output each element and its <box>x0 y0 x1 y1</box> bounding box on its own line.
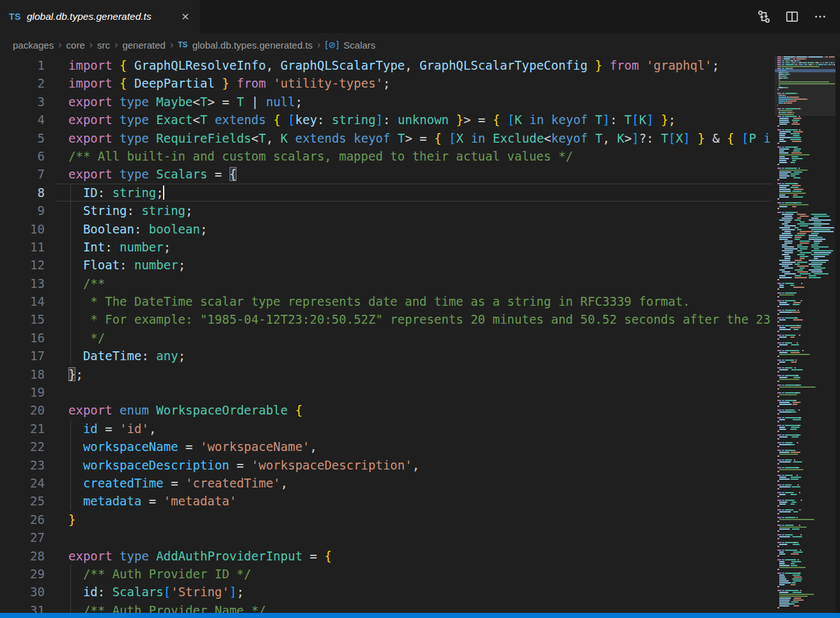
code-token: Maybe <box>156 95 192 109</box>
line-number: 11 <box>0 238 45 256</box>
code-line-21[interactable]: 21 id = 'id', <box>0 420 772 438</box>
code-token: = <box>178 440 200 454</box>
code-token: AddAuthProviderInput <box>156 549 302 563</box>
open-changes-icon[interactable] <box>754 7 774 26</box>
code-token <box>485 131 492 145</box>
code-line-31[interactable]: 31 /** Auth Provider Name */ <box>0 601 772 613</box>
code-token: GraphQLResolveInfo <box>134 58 266 72</box>
code-line-11[interactable]: 11 Int: number; <box>0 238 772 256</box>
code-line-7[interactable]: 7export type Scalars = { <box>0 165 772 183</box>
code-line-28[interactable]: 28export type AddAuthProviderInput = { <box>0 547 772 565</box>
breadcrumb-item-generated[interactable]: generated <box>122 40 166 51</box>
minimap-slider[interactable] <box>775 56 836 116</box>
code-line-14[interactable]: 14 * The DateTime scalar type represents… <box>0 292 772 310</box>
tab-close-icon[interactable]: × <box>178 10 192 24</box>
breadcrumb-item-core[interactable]: core <box>66 40 85 51</box>
code-text: }; <box>68 365 772 383</box>
code-line-26[interactable]: 26} <box>0 511 772 528</box>
line-number: 30 <box>0 583 45 601</box>
code-token: ] <box>683 131 690 145</box>
code-line-13[interactable]: 13 /** <box>0 274 772 292</box>
code-line-12[interactable]: 12 Float: number; <box>0 256 772 274</box>
scrollbar-track[interactable] <box>836 56 840 613</box>
code-token: = <box>207 167 229 181</box>
indent-guide <box>70 601 71 613</box>
code-token: ; <box>200 222 207 236</box>
code-token: } <box>68 512 75 527</box>
code-line-19[interactable]: 19 <box>0 383 772 401</box>
indent-guide <box>70 583 71 601</box>
indent-guide <box>70 438 71 456</box>
code-token: : <box>120 258 134 272</box>
line-number: 15 <box>0 310 45 328</box>
code-token <box>113 113 120 127</box>
code-token: { <box>229 167 237 181</box>
code-line-30[interactable]: 30 id: Scalars['String']; <box>0 583 772 601</box>
code-token: T <box>595 113 602 127</box>
code-token: [ <box>508 113 515 127</box>
code-line-22[interactable]: 22 workspaceName = 'workspaceName', <box>0 438 772 456</box>
code-line-23[interactable]: 23 workspaceDescription = 'workspaceDesc… <box>0 456 772 474</box>
code-token <box>281 113 288 127</box>
split-editor-icon[interactable] <box>782 7 802 26</box>
code-token: export <box>68 113 113 127</box>
code-line-16[interactable]: 16 */ <box>0 329 772 347</box>
code-line-10[interactable]: 10 Boolean: boolean; <box>0 220 772 238</box>
minimap[interactable] <box>775 56 836 613</box>
line-number: 31 <box>0 601 45 613</box>
code-line-4[interactable]: 4export type Exact<T extends { [key: str… <box>0 111 772 129</box>
symbol-type-icon: [⊘] <box>325 40 339 50</box>
code-line-3[interactable]: 3export type Maybe<T> = T | null; <box>0 93 772 111</box>
code-line-6[interactable]: 6/** All built-in and custom scalars, ma… <box>0 147 772 165</box>
code-token: : <box>98 585 113 599</box>
code-token: = <box>302 549 324 563</box>
code-text: id = 'id', <box>68 420 772 438</box>
line-number: 21 <box>0 420 45 438</box>
code-token: ; <box>178 349 185 363</box>
minimap-content <box>775 56 836 613</box>
code-token: ?: <box>639 131 661 145</box>
code-token: Scalars <box>156 167 207 181</box>
code-line-15[interactable]: 15 * For example: "1985-04-12T23:20:50.5… <box>0 310 772 328</box>
code-token: > = <box>463 113 493 127</box>
code-line-1[interactable]: 1import { GraphQLResolveInfo, GraphQLSca… <box>0 56 772 74</box>
code-text: workspaceName = 'workspaceName', <box>68 438 772 456</box>
code-line-18[interactable]: 18}; <box>0 365 772 383</box>
code-text: /** Auth Provider Name */ <box>68 601 772 613</box>
code-line-8[interactable]: 8 ID: string; <box>0 184 772 202</box>
breadcrumb-separator: › <box>58 39 61 51</box>
code-token: | <box>244 95 266 109</box>
code-token: T <box>595 131 602 145</box>
more-actions-icon[interactable] <box>811 7 830 26</box>
line-number: 22 <box>0 438 45 456</box>
code-line-20[interactable]: 20export enum WorkspaceOrderable { <box>0 401 772 419</box>
code-token: ; <box>164 240 171 254</box>
breadcrumb-item-global-db-types-generated-ts[interactable]: global.db.types.generated.ts <box>192 40 313 51</box>
indent-guide <box>70 474 71 492</box>
breadcrumb-separator: › <box>114 39 118 51</box>
code-token: { <box>295 403 302 417</box>
tab-global-db-types-generated[interactable]: TS global.db.types.generated.ts × <box>0 0 199 33</box>
code-token: ] <box>632 131 639 145</box>
code-token: ; <box>669 113 676 127</box>
code-line-27[interactable]: 27 <box>0 528 772 546</box>
code-token <box>288 403 295 417</box>
code-token <box>149 95 156 109</box>
code-text: export type AddAuthProviderInput = { <box>68 547 772 565</box>
code-token: from <box>610 58 639 72</box>
code-line-2[interactable]: 2import { DeepPartial } from 'utility-ty… <box>0 74 772 92</box>
line-number: 10 <box>0 220 45 238</box>
code-line-9[interactable]: 9 String: string; <box>0 202 772 219</box>
code-line-25[interactable]: 25 metadata = 'metadata' <box>0 492 772 510</box>
code-token: metadata <box>83 494 142 508</box>
code-token: 'id' <box>120 422 149 436</box>
breadcrumb-item-src[interactable]: src <box>97 40 110 51</box>
code-token: [ <box>449 131 456 145</box>
breadcrumb-item-scalars[interactable]: Scalars <box>343 40 375 51</box>
code-line-24[interactable]: 24 createdTime = 'createdTime', <box>0 474 772 492</box>
breadcrumb-item-packages[interactable]: packages <box>13 40 54 51</box>
code-text: /** <box>68 274 772 292</box>
code-line-5[interactable]: 5export type RequireFields<T, K extends … <box>0 129 772 147</box>
code-line-29[interactable]: 29 /** Auth Provider ID */ <box>0 565 772 583</box>
code-line-17[interactable]: 17 DateTime: any; <box>0 347 772 365</box>
